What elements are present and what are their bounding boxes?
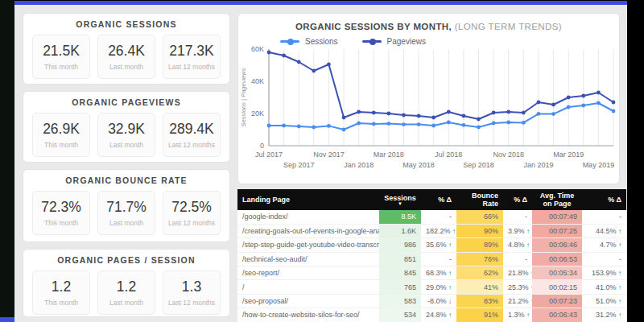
column-header-sessions-delta[interactable]: % Δ bbox=[421, 189, 456, 210]
bounce-delta-cell: 1.3% ↑ bbox=[503, 308, 532, 322]
legend-item-sessions[interactable]: Sessions bbox=[280, 37, 338, 46]
sessions-cell: 583 bbox=[379, 294, 421, 308]
sessions-delta-cell: -8.0% ↓ bbox=[421, 294, 456, 308]
arrow-up-icon: ↑ bbox=[452, 228, 456, 235]
sessions-cell: 8.5K bbox=[379, 210, 421, 224]
landing-page-cell[interactable]: /seo-proposal/ bbox=[237, 294, 379, 308]
scorecard-label: Last 12 months bbox=[168, 63, 215, 71]
organic-sessions-chart-card: ORGANIC SESSIONS BY MONTH, (LONG TERM TR… bbox=[237, 13, 620, 184]
chart-legend: SessionsPageviews bbox=[280, 37, 619, 46]
scorecard-value: 1.3 bbox=[182, 279, 201, 295]
kpi-card-2: ORGANIC PAGEVIEWS26.9KThis month32.9KLas… bbox=[23, 91, 230, 163]
column-header-avg-time[interactable]: Avg. Time on Page bbox=[532, 189, 582, 210]
data-point bbox=[431, 116, 436, 120]
sessions-delta-cell: - bbox=[421, 210, 456, 224]
data-point bbox=[327, 63, 331, 67]
kpi-stats-row: 21.5KThis month26.4KLast month217.3KLast… bbox=[23, 35, 229, 79]
time-delta-cell: 51.0% ↑ bbox=[582, 294, 626, 308]
table-row: /seo-proposal/583-8.0% ↓83%21.2% ↑00:07:… bbox=[237, 294, 626, 308]
avg-time-cell: 00:07:23 bbox=[532, 294, 582, 308]
x-tick-label: May 2019 bbox=[583, 161, 615, 169]
bottom-left-accent bbox=[0, 317, 14, 322]
avg-time-cell: 00:07:49 bbox=[532, 210, 582, 224]
kpi-card-title: ORGANIC SESSIONS bbox=[23, 19, 229, 29]
data-point bbox=[417, 122, 421, 126]
x-tick-label: Jul 2018 bbox=[435, 151, 462, 159]
scorecard: 1.2This month bbox=[32, 270, 90, 315]
data-point bbox=[612, 101, 616, 105]
arrow-up-icon: ↑ bbox=[530, 270, 532, 277]
time-delta-cell: 44.5% ↑ bbox=[582, 224, 626, 237]
bounce-delta-cell: 4.8% ↑ bbox=[503, 238, 532, 252]
kpi-card-title: ORGANIC PAGES / SESSION bbox=[23, 255, 229, 265]
data-point bbox=[506, 121, 510, 125]
arrow-up-icon: ↑ bbox=[618, 228, 621, 235]
data-point bbox=[282, 54, 286, 58]
column-header-bounce-rate[interactable]: Bounce Rate bbox=[456, 189, 503, 210]
scorecard-value: 72.3% bbox=[41, 199, 81, 216]
data-point bbox=[581, 104, 585, 108]
chart-title-sub: (LONG TERM TRENDS) bbox=[452, 22, 562, 31]
avg-time-cell: 00:06:43 bbox=[532, 308, 582, 322]
kpi-sidebar: ORGANIC SESSIONS21.5KThis month26.4KLast… bbox=[23, 13, 230, 322]
column-header-landing-page[interactable]: Landing Page bbox=[237, 189, 379, 210]
data-point bbox=[477, 126, 481, 130]
bounce-rate-cell: 83% bbox=[456, 294, 503, 308]
data-point bbox=[372, 122, 376, 126]
chart-title: ORGANIC SESSIONS BY MONTH, (LONG TERM TR… bbox=[238, 22, 619, 31]
scorecard-value: 289.4K bbox=[169, 121, 213, 138]
landing-page-cell[interactable]: /step-step-guide-get-youtube-video-trans… bbox=[237, 238, 379, 252]
arrow-up-icon: ↑ bbox=[448, 312, 452, 319]
data-point bbox=[342, 116, 346, 120]
landing-page-cell[interactable]: /google-index/ bbox=[237, 210, 379, 224]
data-point bbox=[567, 96, 571, 100]
data-point bbox=[267, 51, 271, 55]
arrow-up-icon: ↑ bbox=[448, 242, 452, 249]
legend-line-dot-icon bbox=[280, 40, 299, 43]
table-row: /step-step-guide-get-youtube-video-trans… bbox=[237, 238, 626, 252]
arrow-up-icon: ↑ bbox=[530, 298, 532, 305]
scorecard: 289.4KLast 12 months bbox=[163, 113, 221, 157]
scorecard-value: 217.3K bbox=[169, 43, 213, 60]
time-delta-cell: 4.7% ↑ bbox=[582, 238, 626, 252]
column-header-sessions[interactable]: Sessions▼ bbox=[379, 189, 421, 210]
data-point bbox=[312, 126, 316, 130]
data-point bbox=[282, 124, 286, 128]
landing-page-cell[interactable]: /technical-seo-audit/ bbox=[237, 252, 379, 266]
column-header-bounce-delta[interactable]: % Δ bbox=[503, 189, 532, 210]
kpi-stats-row: 26.9KThis month32.9KLast month289.4KLast… bbox=[23, 113, 229, 157]
sessions-delta-cell: 68.3% ↑ bbox=[421, 266, 456, 280]
scorecard: 26.9KThis month bbox=[32, 113, 90, 157]
kpi-card-4: ORGANIC PAGES / SESSION1.2This month1.2L… bbox=[23, 249, 230, 317]
landing-page-cell[interactable]: /how-to-create-website-silos-for-seo/ bbox=[237, 308, 379, 322]
arrow-up-icon: ↑ bbox=[618, 284, 621, 291]
scorecard-value: 71.7% bbox=[106, 199, 147, 216]
scorecard: 1.2Last month bbox=[97, 270, 155, 315]
arrow-up-icon: ↑ bbox=[448, 270, 452, 277]
chart-title-main: ORGANIC SESSIONS BY MONTH, bbox=[295, 22, 452, 31]
arrow-down-icon: ↓ bbox=[448, 298, 452, 305]
table-row: /how-to-create-website-silos-for-seo/534… bbox=[237, 308, 626, 322]
data-point bbox=[327, 124, 331, 128]
scorecard: 217.3KLast 12 months bbox=[163, 35, 221, 79]
data-point bbox=[431, 124, 436, 128]
bounce-delta-cell: 3.9% ↑ bbox=[503, 224, 532, 237]
scorecard-label: This month bbox=[44, 299, 78, 307]
data-point bbox=[492, 122, 496, 126]
x-tick-label: Sep 2018 bbox=[463, 161, 494, 169]
kpi-stats-row: 72.3%This month71.7%Last month72.5%Last … bbox=[23, 191, 229, 235]
legend-item-pageviews[interactable]: Pageviews bbox=[362, 37, 426, 46]
column-header-time-delta[interactable]: % Δ bbox=[582, 189, 626, 210]
landing-page-cell[interactable]: /seo-report/ bbox=[237, 266, 379, 280]
bounce-rate-cell: 62% bbox=[456, 266, 503, 280]
landing-page-cell[interactable]: / bbox=[237, 280, 379, 294]
scorecard: 72.3%This month bbox=[32, 191, 90, 235]
bounce-rate-cell: 90% bbox=[456, 224, 503, 237]
dashboard-canvas: ORGANIC SESSIONS21.5KThis month26.4KLast… bbox=[14, 0, 627, 322]
scorecard-value: 26.9K bbox=[43, 121, 80, 138]
bounce-rate-cell: 41% bbox=[456, 280, 503, 294]
data-point bbox=[551, 112, 555, 116]
x-tick-label: Nov 2017 bbox=[313, 151, 345, 159]
bounce-delta-cell: - bbox=[503, 210, 532, 224]
landing-page-cell[interactable]: /creating-goals-out-of-events-in-google-… bbox=[237, 224, 379, 237]
